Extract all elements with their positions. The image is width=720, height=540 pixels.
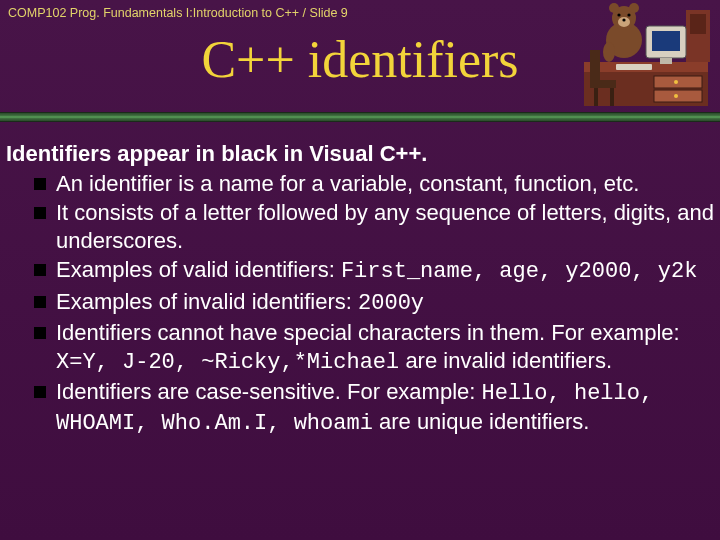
square-bullet-icon: [34, 386, 46, 398]
bullet-text: Examples of invalid identifiers: 2000y: [56, 288, 716, 318]
bullet-item: Identifiers cannot have special characte…: [34, 319, 716, 376]
bullet-text: Identifiers cannot have special characte…: [56, 319, 716, 376]
svg-point-18: [627, 13, 630, 16]
slide-header-label: COMP102 Prog. Fundamentals I:Introductio…: [8, 6, 348, 20]
slide: COMP102 Prog. Fundamentals I:Introductio…: [0, 0, 720, 540]
svg-rect-10: [660, 58, 672, 64]
square-bullet-icon: [34, 327, 46, 339]
square-bullet-icon: [34, 264, 46, 276]
svg-point-20: [603, 42, 615, 62]
bullet-pretext: Identifiers cannot have special characte…: [56, 320, 680, 345]
svg-point-5: [674, 94, 678, 98]
divider-bar: [0, 112, 720, 122]
svg-rect-22: [590, 80, 616, 88]
bullet-pretext: Identifiers are case-sensitive. For exam…: [56, 379, 482, 404]
bullet-posttext: are unique identifiers.: [373, 409, 589, 434]
bullet-pretext: Examples of invalid identifiers:: [56, 289, 358, 314]
bullet-item: Examples of valid identifiers: First_nam…: [34, 256, 716, 286]
svg-rect-24: [610, 88, 614, 106]
svg-rect-7: [690, 14, 706, 34]
bullet-text: An identifier is a name for a variable, …: [56, 170, 716, 198]
bullet-text: Identifiers are case-sensitive. For exam…: [56, 378, 716, 437]
square-bullet-icon: [34, 296, 46, 308]
bullet-text: Examples of valid identifiers: First_nam…: [56, 256, 716, 286]
square-bullet-icon: [34, 178, 46, 190]
bullet-item: An identifier is a name for a variable, …: [34, 170, 716, 198]
bullet-text: It consists of a letter followed by any …: [56, 199, 716, 254]
square-bullet-icon: [34, 207, 46, 219]
svg-point-14: [609, 3, 619, 13]
lead-text: Identifiers appear in black in Visual C+…: [6, 140, 716, 168]
bullet-pretext: Examples of valid identifiers:: [56, 257, 341, 282]
bullet-posttext: are invalid identifiers.: [399, 348, 612, 373]
code-span: First_name, age, y2000, y2k: [341, 259, 697, 284]
slide-body: Identifiers appear in black in Visual C+…: [6, 140, 716, 439]
bullet-item: It consists of a letter followed by any …: [34, 199, 716, 254]
svg-point-15: [629, 3, 639, 13]
svg-point-17: [617, 13, 620, 16]
bullet-item: Examples of invalid identifiers: 2000y: [34, 288, 716, 318]
svg-point-19: [622, 18, 625, 21]
code-span: X=Y, J-20, ~Ricky,*Michael: [56, 350, 399, 375]
clipart-computer-desk: [576, 0, 716, 112]
svg-point-4: [674, 80, 678, 84]
code-span: 2000y: [358, 291, 424, 316]
svg-rect-9: [652, 31, 680, 51]
svg-rect-11: [616, 64, 652, 70]
svg-rect-21: [590, 50, 600, 80]
bullet-item: Identifiers are case-sensitive. For exam…: [34, 378, 716, 437]
svg-rect-23: [594, 88, 598, 106]
